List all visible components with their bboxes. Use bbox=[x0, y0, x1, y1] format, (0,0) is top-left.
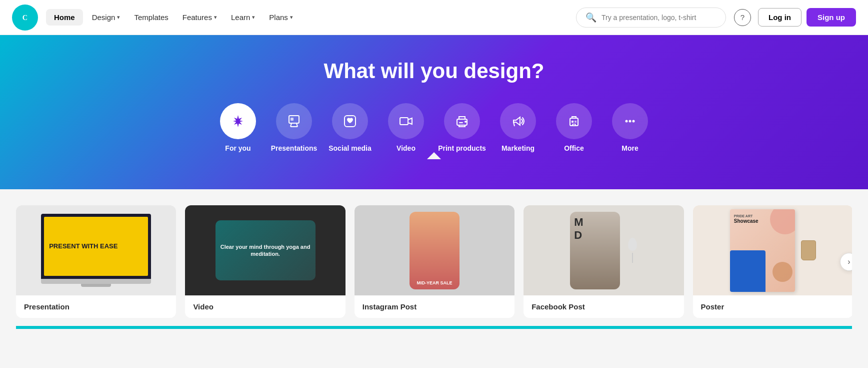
signup-button[interactable]: Sign up bbox=[806, 8, 856, 27]
learn-link[interactable]: Learn ▾ bbox=[224, 9, 262, 26]
for-you-icon bbox=[220, 103, 256, 139]
home-button[interactable]: Home bbox=[46, 9, 83, 26]
features-link[interactable]: Features ▾ bbox=[176, 9, 224, 26]
cards-section: PRESENT WITH EASE Presentation Clear you… bbox=[0, 189, 868, 329]
presentation-card-label: Presentation bbox=[16, 295, 176, 318]
presentation-card[interactable]: PRESENT WITH EASE Presentation bbox=[16, 205, 176, 318]
poster-content: PRIDE ART Showcase bbox=[730, 209, 795, 292]
svg-rect-5 bbox=[400, 118, 408, 125]
learn-chevron-icon: ▾ bbox=[252, 14, 255, 21]
laptop-content: PRESENT WITH EASE bbox=[44, 217, 148, 276]
print-products-icon bbox=[444, 103, 480, 139]
plans-link[interactable]: Plans ▾ bbox=[262, 9, 300, 26]
laptop-screen: PRESENT WITH EASE bbox=[41, 214, 151, 279]
plans-chevron-icon: ▾ bbox=[290, 14, 293, 21]
facebook-initials-2: D bbox=[574, 229, 616, 242]
for-you-label: For you bbox=[225, 144, 250, 152]
presentation-card-image: PRESENT WITH EASE bbox=[16, 205, 176, 295]
presentations-label: Presentations bbox=[271, 144, 318, 152]
facebook-card[interactable]: M D Facebook Post bbox=[524, 205, 684, 318]
svg-point-12 bbox=[626, 120, 628, 123]
category-office[interactable]: Office bbox=[549, 103, 599, 152]
instagram-text: MID-YEAR SALE bbox=[416, 280, 452, 285]
video-text: Clear your mind through yoga and meditat… bbox=[216, 239, 316, 262]
nav-links: Design ▾ Templates Features ▾ Learn ▾ Pl… bbox=[85, 9, 300, 26]
poster-blob-1 bbox=[770, 209, 795, 234]
poster-mockup: PRIDE ART Showcase bbox=[730, 209, 795, 292]
laptop-mockup: PRESENT WITH EASE bbox=[41, 214, 151, 287]
facebook-card-label: Facebook Post bbox=[524, 295, 684, 318]
hero-arrow-indicator bbox=[427, 152, 441, 159]
category-print-products[interactable]: Print products bbox=[437, 103, 487, 152]
poster-card-image: PRIDE ART Showcase bbox=[693, 205, 852, 295]
svg-rect-3 bbox=[290, 118, 294, 121]
svg-rect-10 bbox=[572, 121, 574, 123]
login-button[interactable]: Log in bbox=[758, 8, 802, 27]
marketing-label: Marketing bbox=[502, 144, 534, 152]
search-icon: 🔍 bbox=[586, 12, 596, 23]
social-media-label: Social media bbox=[328, 144, 372, 152]
pencil-cup-mockup bbox=[801, 240, 816, 260]
svg-point-13 bbox=[629, 120, 632, 123]
svg-text:C: C bbox=[22, 14, 28, 22]
instagram-card-label: Instagram Post bbox=[354, 295, 514, 318]
present-text: PRESENT WITH EASE bbox=[49, 242, 143, 250]
office-label: Office bbox=[564, 144, 584, 152]
poster-title-text: PRIDE ART Showcase bbox=[734, 214, 758, 224]
search-input[interactable] bbox=[602, 14, 716, 22]
canva-logo[interactable]: C bbox=[12, 5, 38, 31]
chevron-right-icon: › bbox=[848, 257, 850, 266]
category-more[interactable]: More bbox=[605, 103, 655, 152]
print-products-label: Print products bbox=[438, 144, 486, 152]
video-card[interactable]: Clear your mind through yoga and meditat… bbox=[185, 205, 345, 318]
marketing-icon bbox=[500, 103, 536, 139]
poster-blob-2 bbox=[772, 262, 792, 282]
poster-card[interactable]: PRIDE ART Showcase Poster bbox=[693, 205, 852, 318]
svg-rect-11 bbox=[574, 121, 576, 123]
phone-portrait-mockup: MID-YEAR SALE bbox=[410, 212, 460, 289]
video-content: Clear your mind through yoga and meditat… bbox=[216, 220, 316, 280]
earbuds-mockup bbox=[628, 238, 637, 263]
design-link[interactable]: Design ▾ bbox=[85, 9, 128, 26]
category-social-media[interactable]: Social media bbox=[325, 103, 375, 152]
presentations-icon bbox=[276, 103, 312, 139]
category-for-you[interactable]: For you bbox=[213, 103, 263, 152]
facebook-content: M D bbox=[570, 212, 620, 289]
category-presentations[interactable]: Presentations bbox=[269, 103, 319, 152]
poster-card-label: Poster bbox=[693, 295, 852, 318]
instagram-content: MID-YEAR SALE bbox=[410, 212, 460, 289]
svg-point-14 bbox=[632, 120, 635, 123]
teal-accent-bar bbox=[16, 326, 852, 329]
cards-row: PRESENT WITH EASE Presentation Clear you… bbox=[16, 205, 852, 318]
help-button[interactable]: ? bbox=[734, 9, 751, 26]
laptop-stand bbox=[81, 284, 111, 287]
more-icon bbox=[612, 103, 648, 139]
navigation: C Home Design ▾ Templates Features ▾ Lea… bbox=[0, 0, 868, 35]
hero-headline: What will you design? bbox=[0, 59, 868, 83]
svg-point-8 bbox=[464, 121, 466, 123]
design-chevron-icon: ▾ bbox=[117, 14, 120, 21]
category-icons: For you Presentations Soci bbox=[0, 103, 868, 152]
templates-link[interactable]: Templates bbox=[127, 9, 175, 26]
instagram-card[interactable]: MID-YEAR SALE Instagram Post bbox=[354, 205, 514, 318]
laptop-base bbox=[41, 279, 151, 284]
phone-portrait-fb-mockup: M D bbox=[570, 212, 620, 289]
facebook-card-image: M D bbox=[524, 205, 684, 295]
poster-blue-rect bbox=[730, 250, 766, 292]
more-label: More bbox=[622, 144, 638, 152]
features-chevron-icon: ▾ bbox=[214, 14, 217, 21]
svg-rect-7 bbox=[459, 122, 463, 123]
video-card-image: Clear your mind through yoga and meditat… bbox=[185, 205, 345, 295]
instagram-card-image: MID-YEAR SALE bbox=[354, 205, 514, 295]
search-bar: 🔍 bbox=[576, 8, 726, 28]
hero-section: What will you design? For you Presentati… bbox=[0, 35, 868, 189]
social-media-icon bbox=[332, 103, 368, 139]
video-label: Video bbox=[396, 144, 416, 152]
category-marketing[interactable]: Marketing bbox=[493, 103, 543, 152]
video-icon bbox=[388, 103, 424, 139]
phone-landscape-mockup: Clear your mind through yoga and meditat… bbox=[216, 220, 316, 280]
category-video[interactable]: Video bbox=[381, 103, 431, 152]
video-card-label: Video bbox=[185, 295, 345, 318]
facebook-initials: M bbox=[574, 216, 616, 229]
office-icon bbox=[556, 103, 592, 139]
